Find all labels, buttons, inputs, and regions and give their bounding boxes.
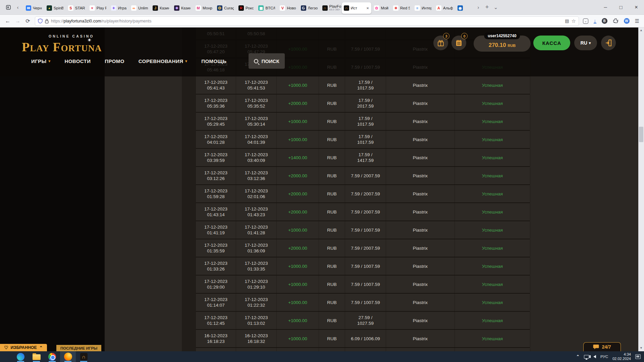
browser-tab-16[interactable]: ✿Мой [372,2,391,14]
nav-item-tournaments[interactable]: СОРЕВНОВАНИЯ▾ [139,58,187,64]
translate-icon[interactable]: W [624,18,630,24]
scroll-down-icon[interactable]: ▼ [640,345,643,351]
cell-currency: RUB [319,167,345,184]
nav-item-promo[interactable]: ПРОМО [105,58,124,64]
reader-mode-icon[interactable]: ▤ [565,18,569,23]
cashier-button[interactable]: КАССА [533,36,570,50]
browser-tab-20[interactable]: ◉ [455,2,474,14]
cell-currency: RUB [319,95,345,112]
menu-hamburger-icon[interactable]: ☰ [635,18,639,24]
taskbar-explorer-button[interactable] [29,351,44,362]
firefox-view-button[interactable] [3,2,13,12]
scroll-tabs-right-button[interactable]: › [474,2,483,12]
language-selector[interactable]: RU▾ [574,36,597,50]
extensions-puzzle-icon[interactable] [613,18,619,24]
nav-item-help[interactable]: ПОМОЩЬ [201,58,226,64]
cell-balance: 7.59 / 1007.59 [345,294,386,311]
cell-date-processed: 17-12-202301:29:10 [236,276,277,293]
cell-amount: +1000.00 [277,131,319,148]
favicon-icon: ✳ [393,5,398,11]
new-tab-button[interactable]: + [483,2,491,12]
scrollbar-thumb[interactable] [639,127,643,142]
favorites-bar[interactable]: ♡ ИЗБРАННОЕ ⌃ [0,344,47,351]
search-button[interactable]: ПОИСК [249,53,284,69]
cell-date-processed [236,348,277,351]
tab-close-icon[interactable]: ✕ [366,6,369,10]
browser-tab-10[interactable]: RРокс [236,2,256,14]
close-button[interactable]: ✕ [629,0,644,15]
bonuses-button[interactable]: 3 [433,36,448,50]
browser-tab-0[interactable]: ✉Черн [24,2,44,14]
browser-tab-18[interactable]: ≡Интер [413,2,433,14]
notes-button[interactable]: 0 [451,36,466,50]
browser-tab-3[interactable]: ♥Play F [88,2,108,14]
lock-icon[interactable] [45,19,49,23]
cell-amount: +1000.00 [277,276,319,293]
taskbar-edge-button[interactable] [13,351,29,362]
scroll-tabs-left-button[interactable]: ‹ [13,2,22,12]
back-button[interactable]: ← [3,16,13,26]
cell-currency: RUB [319,330,345,347]
cell-currency: RUB [319,312,345,329]
speaker-icon[interactable] [593,355,596,358]
browser-tab-4[interactable]: ✦Игра [109,2,128,14]
cell-date-requested: 17-12-202301:14:07 [196,294,236,311]
browser-tab-8[interactable]: MМонр [194,2,214,14]
notes-badge: 0 [461,33,468,39]
scrollbar[interactable]: ▲ ▼ [638,27,644,351]
forward-button[interactable]: → [13,16,23,26]
browser-tab-1[interactable]: ◕SpinB [45,2,65,14]
browser-tab-5[interactable]: ∞Unlim [129,2,150,14]
cell-payment-system: Piastrix [386,257,455,275]
tracking-shield-icon[interactable] [38,18,43,23]
taskbar-casino-app-button[interactable]: ∩ [76,351,92,362]
bookmark-star-icon[interactable]: ☆ [572,18,576,24]
taskbar-firefox-button[interactable] [60,351,76,362]
browser-tab-19[interactable]: ААльф [434,2,455,14]
list-all-tabs-button[interactable]: ⌄ [491,2,500,12]
tray-expand-icon[interactable]: ⌃ [576,354,580,359]
cell-amount: +1000.00 [277,257,319,275]
table-row-7: 17-12-202303:39:5917-12-202303:40:09+140… [196,149,530,167]
nav-item-games[interactable]: ИГРЫ▾ [31,58,51,64]
reload-button[interactable]: ⟳ [23,16,33,26]
minimize-button[interactable]: ─ [598,0,613,15]
support-chat-button[interactable]: 24/7 [583,342,621,351]
bonuses-badge: 3 [443,33,449,39]
browser-tab-12[interactable]: VНово [278,2,298,14]
browser-tab-11[interactable]: ▦BTC/U [256,2,277,14]
favicon-icon: ✿ [374,5,379,11]
cell-currency: RUB [319,131,345,148]
browser-tab-13[interactable]: GЛегзо [299,2,320,14]
address-bar[interactable]: https://playfortuna3zl0.com/ru/player/hi… [35,16,579,26]
browser-tab-14[interactable]: ∩PlayFoБЕЗ ЗВУ [320,2,341,14]
keyboard-language[interactable]: РУС [600,355,608,359]
balance-widget[interactable]: user142552740 270.10 RUB [474,36,531,52]
taskbar-chrome-button[interactable] [44,351,60,362]
sparkle-icon: ✦ [88,38,91,43]
browser-tab-9[interactable]: ✪Curaç [215,2,236,14]
tab-label: Unlim [138,6,148,10]
cell-status: Успешная [455,113,530,130]
restore-button[interactable]: □ [613,0,629,15]
browser-tab-17[interactable]: ✳Red S [391,2,412,14]
cell-balance: 17.59 /2017.59 [345,95,386,112]
taskbar-clock[interactable]: 4:34 02.02.2024 [612,352,631,361]
last-games-tab[interactable]: ПОСЛЕДНИЕ ИГРЫ [56,345,101,351]
browser-tab-2[interactable]: SSTARD [66,2,87,14]
browser-tab-15[interactable]: ∩Ист✕ [342,2,371,14]
cell-amount: +1000.00 [277,330,319,347]
browser-tab-7[interactable]: ❖Казин [172,2,193,14]
extension-b-icon[interactable]: B [602,18,607,24]
nav-item-news[interactable]: НОВОСТИ [65,58,91,64]
network-icon[interactable] [584,355,589,359]
browser-tab-6[interactable]: JКазин [151,2,171,14]
notification-center-icon[interactable] [635,354,641,359]
favicon-icon: V [280,5,285,11]
cell-amount: +2000.00 [277,167,319,184]
pocket-icon[interactable]: ⌄ [583,18,588,24]
cell-payment-system: Piastrix [386,167,455,184]
logout-button[interactable] [601,36,616,50]
downloads-icon[interactable]: ↓ [594,18,596,23]
scroll-up-icon[interactable]: ▲ [640,27,643,33]
